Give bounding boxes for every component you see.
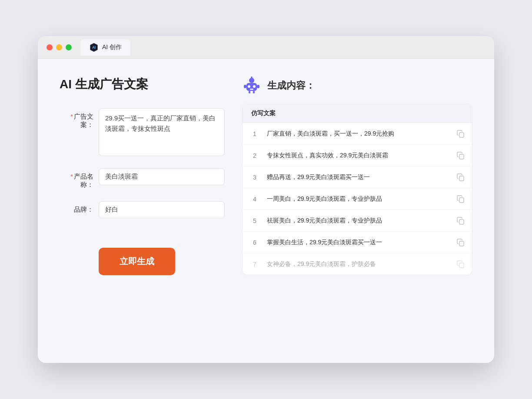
svg-rect-10 — [257, 85, 259, 88]
tab-label: AI 创作 — [102, 43, 122, 51]
svg-point-4 — [248, 85, 250, 88]
svg-rect-6 — [250, 89, 253, 90]
result-row: 4一周美白，29.9元美白淡斑霜，专业护肤品 — [243, 188, 472, 210]
copy-icon[interactable] — [456, 130, 465, 138]
browser-content: AI 生成广告文案 *广告文案： *产品名称： 品牌： 立 — [38, 59, 494, 363]
svg-rect-19 — [459, 263, 464, 268]
copy-icon[interactable] — [456, 216, 465, 225]
product-name-label: *产品名称： — [60, 168, 99, 189]
result-row-number: 5 — [249, 217, 260, 224]
product-name-input[interactable] — [99, 168, 225, 185]
result-row-number: 7 — [249, 261, 260, 268]
result-row-text: 女神必备，29.9元美白淡斑霜，护肤必备 — [267, 259, 449, 269]
brand-row: 品牌： — [60, 201, 225, 218]
result-row-number: 1 — [249, 130, 260, 137]
required-star: * — [70, 113, 73, 120]
result-row-text: 祛斑美白，29.9元美白淡斑霜，专业护肤品 — [267, 216, 449, 225]
result-row: 2专抹女性斑点，真实功效，29.9元美白淡斑霜 — [243, 145, 472, 166]
svg-point-5 — [253, 85, 256, 88]
svg-rect-16 — [459, 198, 464, 203]
svg-point-8 — [251, 76, 253, 78]
result-row: 1厂家直销，美白淡斑霜，买一送一，29.9元抢购 — [243, 123, 472, 145]
svg-rect-14 — [459, 154, 464, 159]
minimize-button[interactable] — [56, 44, 62, 50]
maximize-button[interactable] — [66, 44, 72, 50]
brand-input[interactable] — [99, 201, 225, 218]
copy-icon[interactable] — [456, 151, 465, 160]
result-title: 生成内容： — [267, 79, 315, 92]
result-row-text: 厂家直销，美白淡斑霜，买一送一，29.9元抢购 — [267, 129, 449, 138]
result-rows-container: 1厂家直销，美白淡斑霜，买一送一，29.9元抢购 2专抹女性斑点，真实功效，29… — [243, 123, 472, 275]
traffic-lights — [47, 44, 72, 50]
result-header: 生成内容： — [242, 76, 472, 95]
result-row-number: 6 — [249, 239, 260, 246]
generate-button[interactable]: 立即生成 — [99, 248, 175, 275]
copy-icon[interactable] — [456, 195, 465, 203]
copy-icon[interactable] — [456, 238, 465, 247]
result-row-number: 3 — [249, 174, 260, 181]
result-row-text: 专抹女性斑点，真实功效，29.9元美白淡斑霜 — [267, 151, 449, 160]
svg-rect-18 — [459, 241, 464, 246]
required-star-2: * — [70, 173, 73, 180]
svg-rect-13 — [459, 133, 464, 137]
result-table: 仿写文案 1厂家直销，美白淡斑霜，买一送一，29.9元抢购 2专抹女性斑点，真实… — [242, 104, 472, 275]
page-title: AI 生成广告文案 — [60, 76, 225, 93]
svg-rect-11 — [249, 91, 250, 93]
brand-label: 品牌： — [60, 201, 99, 214]
result-table-header: 仿写文案 — [243, 104, 472, 123]
svg-rect-12 — [253, 91, 255, 93]
svg-rect-15 — [459, 176, 464, 181]
result-row: 6掌握美白生活，29.9元美白淡斑霜买一送一 — [243, 232, 472, 253]
result-row: 5祛斑美白，29.9元美白淡斑霜，专业护肤品 — [243, 210, 472, 232]
result-row: 7女神必备，29.9元美白淡斑霜，护肤必备 — [243, 253, 472, 275]
right-panel: 生成内容： 仿写文案 1厂家直销，美白淡斑霜，买一送一，29.9元抢购 2专抹女… — [242, 76, 472, 346]
robot-icon — [242, 76, 261, 95]
ai-tab-icon: AI — [89, 43, 99, 52]
svg-rect-9 — [244, 85, 246, 88]
result-row: 3赠品再送，29.9元美白淡斑霜买一送一 — [243, 166, 472, 188]
svg-text:AI: AI — [92, 46, 96, 50]
result-row-number: 4 — [249, 196, 260, 203]
result-row-text: 一周美白，29.9元美白淡斑霜，专业护肤品 — [267, 194, 449, 203]
browser-titlebar: AI AI 创作 — [38, 36, 494, 59]
product-name-row: *产品名称： — [60, 168, 225, 189]
ad-copy-input[interactable] — [99, 108, 225, 156]
svg-rect-17 — [459, 219, 464, 224]
left-panel: AI 生成广告文案 *广告文案： *产品名称： 品牌： 立 — [60, 76, 225, 346]
result-row-number: 2 — [249, 152, 260, 159]
browser-tab[interactable]: AI AI 创作 — [80, 39, 130, 56]
result-row-text: 赠品再送，29.9元美白淡斑霜买一送一 — [267, 173, 449, 182]
ad-copy-row: *广告文案： — [60, 108, 225, 156]
close-button[interactable] — [47, 44, 53, 50]
copy-icon[interactable] — [456, 260, 465, 269]
browser-window: AI AI 创作 AI 生成广告文案 *广告文案： *产品名称： — [38, 36, 494, 363]
result-row-text: 掌握美白生活，29.9元美白淡斑霜买一送一 — [267, 238, 449, 247]
copy-icon[interactable] — [456, 173, 465, 182]
ad-copy-label: *广告文案： — [60, 108, 99, 129]
